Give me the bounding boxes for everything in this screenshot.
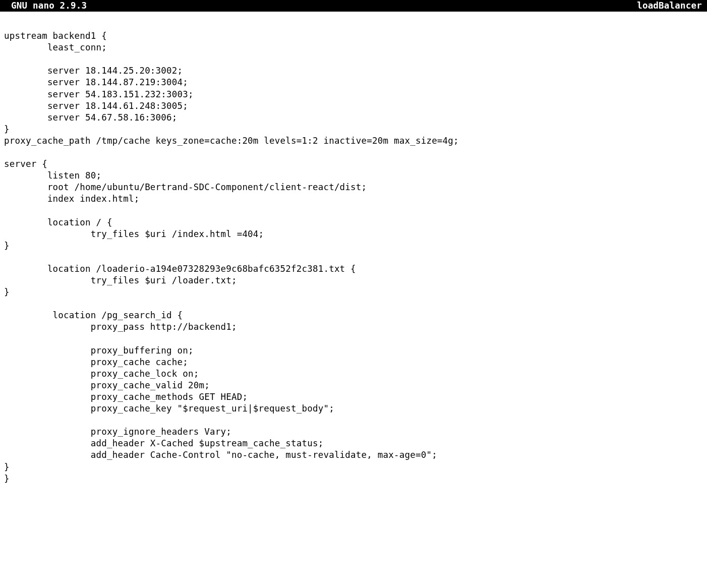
editor-line[interactable]: [4, 333, 703, 345]
editor-line[interactable]: server 18.144.61.248:3005;: [4, 100, 703, 112]
editor-line[interactable]: [4, 298, 703, 310]
titlebar: GNU nano 2.9.3 loadBalancer: [0, 0, 707, 12]
editor-line[interactable]: proxy_cache cache;: [4, 357, 703, 368]
editor-area[interactable]: upstream backend1 { least_conn; server 1…: [0, 12, 707, 485]
editor-line[interactable]: }: [4, 286, 703, 298]
editor-line[interactable]: server 18.144.25.20:3002;: [4, 65, 703, 77]
editor-line[interactable]: add_header X-Cached $upstream_cache_stat…: [4, 438, 703, 449]
editor-line[interactable]: }: [4, 240, 703, 252]
editor-line[interactable]: index index.html;: [4, 193, 703, 205]
editor-line[interactable]: }: [4, 461, 703, 473]
editor-line[interactable]: listen 80;: [4, 170, 703, 182]
editor-line[interactable]: }: [4, 473, 703, 485]
editor-line[interactable]: server {: [4, 158, 703, 170]
app-name-label: GNU nano 2.9.3: [4, 0, 87, 12]
editor-line[interactable]: upstream backend1 {: [4, 30, 703, 42]
editor-line[interactable]: [4, 53, 703, 65]
editor-line[interactable]: server 54.67.58.16:3006;: [4, 112, 703, 124]
editor-line[interactable]: proxy_ignore_headers Vary;: [4, 426, 703, 438]
editor-line[interactable]: [4, 205, 703, 217]
editor-line[interactable]: }: [4, 124, 703, 135]
editor-line[interactable]: try_files $uri /index.html =404;: [4, 228, 703, 240]
editor-line[interactable]: proxy_cache_path /tmp/cache keys_zone=ca…: [4, 135, 703, 147]
editor-line[interactable]: [4, 19, 703, 30]
editor-line[interactable]: proxy_cache_key "$request_uri|$request_b…: [4, 403, 703, 415]
editor-line[interactable]: location /loaderio-a194e07328293e9c68baf…: [4, 263, 703, 275]
editor-line[interactable]: try_files $uri /loader.txt;: [4, 275, 703, 286]
editor-line[interactable]: [4, 415, 703, 426]
editor-line[interactable]: server 18.144.87.219:3004;: [4, 77, 703, 88]
editor-line[interactable]: server 54.183.151.232:3003;: [4, 89, 703, 100]
editor-line[interactable]: least_conn;: [4, 42, 703, 53]
editor-line[interactable]: proxy_cache_valid 20m;: [4, 380, 703, 391]
editor-line[interactable]: [4, 147, 703, 158]
editor-line[interactable]: proxy_cache_methods GET HEAD;: [4, 391, 703, 403]
filename-label: loadBalancer: [637, 0, 703, 12]
editor-line[interactable]: proxy_pass http://backend1;: [4, 321, 703, 333]
editor-line[interactable]: [4, 252, 703, 263]
editor-line[interactable]: proxy_cache_lock on;: [4, 368, 703, 380]
editor-line[interactable]: root /home/ubuntu/Bertrand-SDC-Component…: [4, 182, 703, 193]
editor-line[interactable]: location / {: [4, 217, 703, 228]
editor-line[interactable]: location /pg_search_id {: [4, 310, 703, 321]
editor-line[interactable]: add_header Cache-Control "no-cache, must…: [4, 449, 703, 461]
editor-line[interactable]: proxy_buffering on;: [4, 345, 703, 357]
